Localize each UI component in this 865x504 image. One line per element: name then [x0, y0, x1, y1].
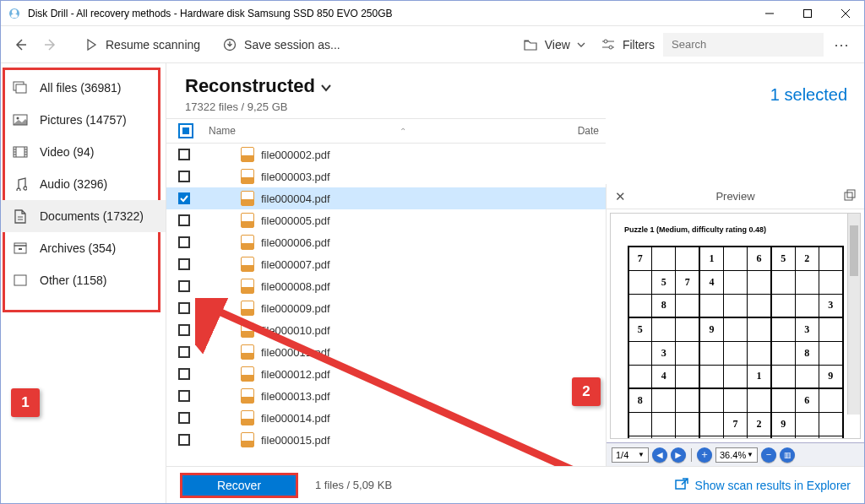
- other-icon: [13, 273, 28, 288]
- next-page-button[interactable]: ►: [671, 447, 686, 463]
- file-row[interactable]: file000003.pdf: [166, 165, 606, 187]
- document-title: Puzzle 1 (Medium, difficulty rating 0.48…: [624, 225, 851, 234]
- minimize-button[interactable]: [750, 1, 788, 26]
- file-row[interactable]: file000008.pdf: [166, 275, 606, 297]
- pdf-icon: [241, 301, 254, 316]
- sidebar-item-3[interactable]: Audio (3296): [1, 168, 166, 200]
- recover-button[interactable]: Recover: [180, 473, 298, 498]
- preview-close-button[interactable]: ✕: [615, 189, 626, 204]
- category-title: Reconstructed: [185, 75, 315, 97]
- save-label: Save session as...: [244, 38, 340, 51]
- file-row[interactable]: file000012.pdf: [166, 363, 606, 385]
- file-name: file000004.pdf: [261, 192, 330, 205]
- file-checkbox[interactable]: [178, 171, 190, 182]
- more-menu-button[interactable]: ⋯: [825, 35, 859, 54]
- filters-label: Filters: [623, 38, 655, 51]
- sidebar-item-label: Archives (354): [40, 241, 116, 255]
- arrow-right-icon: [43, 37, 58, 52]
- file-row[interactable]: file000009.pdf: [166, 297, 606, 319]
- sidebar-item-5[interactable]: Archives (354): [1, 232, 166, 264]
- resume-scan-button[interactable]: Resume scanning: [77, 34, 207, 56]
- file-checkbox[interactable]: [178, 258, 190, 270]
- file-row[interactable]: file000007.pdf: [166, 253, 606, 275]
- pdf-icon: [241, 344, 254, 360]
- column-date[interactable]: Date: [558, 125, 599, 137]
- sidebar-item-2[interactable]: Video (94): [1, 136, 166, 168]
- svg-point-15: [17, 117, 19, 120]
- file-row[interactable]: file000005.pdf: [166, 209, 606, 231]
- close-button[interactable]: [826, 1, 864, 26]
- app-icon: [8, 7, 21, 20]
- file-checkbox[interactable]: [178, 368, 190, 380]
- file-checkbox[interactable]: [178, 412, 190, 424]
- zoom-in-button[interactable]: ＋: [697, 447, 712, 463]
- file-checkbox[interactable]: [178, 390, 190, 402]
- preview-scrollbar[interactable]: [847, 214, 860, 415]
- file-checkbox[interactable]: [178, 280, 190, 292]
- file-row[interactable]: file000006.pdf: [166, 231, 606, 253]
- category-dropdown[interactable]: Reconstructed: [185, 75, 846, 97]
- file-name: file000003.pdf: [261, 171, 330, 183]
- file-row[interactable]: file000002.pdf: [166, 144, 606, 165]
- main-panel: Reconstructed 17322 files / 9,25 GB 1 se…: [166, 63, 864, 503]
- pdf-icon: [241, 257, 254, 272]
- sidebar-item-1[interactable]: Pictures (14757): [1, 104, 166, 136]
- file-row[interactable]: file000014.pdf: [166, 407, 606, 429]
- file-checkbox[interactable]: [178, 434, 190, 446]
- file-row[interactable]: file000004.pdf: [166, 187, 606, 209]
- preview-popout-button[interactable]: [844, 189, 856, 203]
- file-checkbox[interactable]: [178, 236, 190, 248]
- chevron-down-icon: [577, 37, 585, 52]
- file-row[interactable]: file000015.pdf: [166, 429, 606, 451]
- view-label: View: [545, 38, 570, 51]
- sidebar-item-4[interactable]: Documents (17322): [1, 200, 166, 232]
- zoom-out-button[interactable]: －: [761, 447, 776, 463]
- back-button[interactable]: [6, 34, 35, 56]
- file-name: file000012.pdf: [261, 368, 330, 381]
- sidebar-item-label: Video (94): [40, 145, 94, 159]
- annotation-marker-1: 1: [11, 388, 40, 417]
- maximize-button[interactable]: [788, 1, 826, 26]
- view-button[interactable]: View: [516, 34, 592, 56]
- filters-button[interactable]: Filters: [594, 34, 661, 56]
- sudoku-grid: 71652574835933841986729293845: [628, 246, 844, 439]
- fit-page-button[interactable]: ▥: [780, 447, 795, 463]
- sidebar-item-0[interactable]: All files (36981): [1, 72, 166, 104]
- preview-document[interactable]: Puzzle 1 (Medium, difficulty rating 0.48…: [610, 213, 861, 439]
- sidebar: All files (36981)Pictures (14757)Video (…: [1, 63, 166, 503]
- sidebar-item-6[interactable]: Other (1158): [1, 264, 166, 296]
- file-row[interactable]: file000010.pdf: [166, 319, 606, 341]
- prev-page-button[interactable]: ◄: [652, 447, 667, 463]
- file-checkbox[interactable]: [178, 346, 190, 358]
- select-all-checkbox[interactable]: [178, 123, 193, 138]
- titlebar: Disk Drill - All recovery methods - Hard…: [1, 1, 864, 26]
- svg-rect-13: [16, 84, 26, 93]
- zoom-field[interactable]: 36.4%▼: [715, 447, 758, 463]
- file-checkbox[interactable]: [178, 149, 190, 160]
- file-checkbox[interactable]: [178, 192, 190, 204]
- save-session-button[interactable]: Save session as...: [215, 34, 347, 56]
- file-row[interactable]: file000013.pdf: [166, 385, 606, 407]
- svg-rect-4: [803, 9, 811, 17]
- file-checkbox[interactable]: [178, 302, 190, 314]
- pdf-icon: [241, 235, 254, 250]
- svg-rect-32: [845, 192, 852, 200]
- file-checkbox[interactable]: [178, 214, 190, 226]
- column-name[interactable]: Name: [209, 125, 400, 137]
- file-list[interactable]: file000002.pdffile000003.pdffile000004.p…: [166, 144, 606, 466]
- file-checkbox[interactable]: [178, 324, 190, 336]
- file-row[interactable]: file000011.pdf: [166, 341, 606, 363]
- doc-icon: [13, 209, 28, 224]
- show-in-explorer-link[interactable]: Show scan results in Explorer: [675, 478, 851, 492]
- svg-point-1: [12, 9, 17, 14]
- svg-rect-2: [11, 14, 18, 18]
- svg-rect-28: [14, 243, 26, 246]
- page-indicator[interactable]: 1/4▼: [612, 447, 649, 463]
- footer: Recover 1 files / 5,09 KB Show scan resu…: [166, 466, 864, 503]
- music-icon: [13, 176, 28, 192]
- selected-count[interactable]: 1 selected: [770, 85, 847, 105]
- search-input[interactable]: [663, 33, 824, 57]
- forward-button[interactable]: [36, 34, 65, 56]
- file-name: file000006.pdf: [261, 236, 330, 249]
- stack-icon: [13, 80, 28, 95]
